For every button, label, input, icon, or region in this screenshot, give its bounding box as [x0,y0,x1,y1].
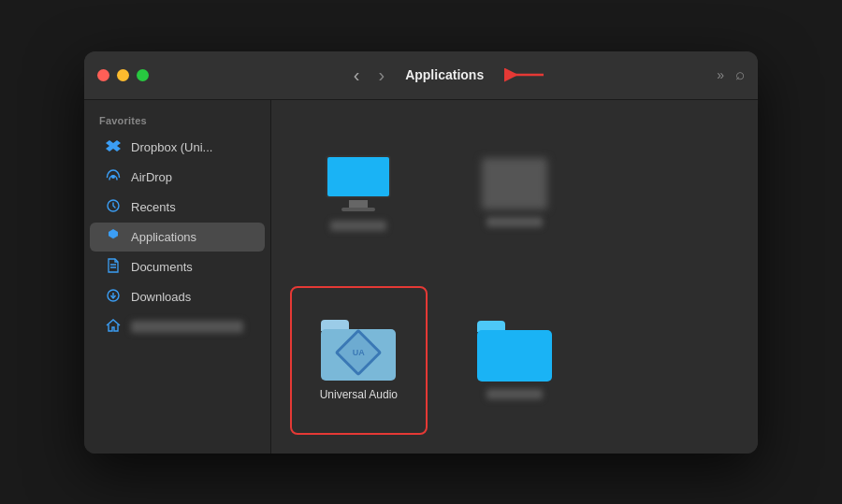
home-icon [105,318,122,336]
ua-inner-icon: UA [353,348,365,357]
window-title: Applications [398,67,491,82]
recents-icon [105,198,122,216]
applications-label: Applications [131,230,250,244]
file-item-empty2 [602,286,739,435]
blurred-file-icon-1 [482,158,547,209]
favorites-section-title: Favorites [84,111,270,132]
dropbox-icon [105,138,122,156]
file-label-blurred-computer [330,221,386,231]
file-item-empty1 [602,119,739,267]
titlebar-nav: ‹ › Applications » ⌕ [149,63,745,88]
blue-folder-body [477,330,552,382]
traffic-lights [97,69,149,81]
search-icon[interactable]: ⌕ [735,65,745,84]
file-item-blurred1[interactable] [446,119,584,267]
file-item-blue-folder[interactable] [446,286,584,435]
documents-label: Documents [131,260,250,274]
recents-label: Recents [131,200,250,214]
sidebar-item-documents[interactable]: Documents [90,252,265,281]
arrow-indicator [499,65,545,84]
airdrop-icon [105,168,122,186]
sidebar-item-dropbox[interactable]: Dropbox (Uni... [90,133,265,162]
file-item-universal-audio[interactable]: UA Universal Audio [290,286,428,435]
sidebar-item-downloads[interactable]: Downloads [90,282,265,311]
applications-icon [105,228,122,246]
airdrop-label: AirDrop [131,170,250,184]
sidebar-item-home[interactable] [90,312,265,341]
monitor-base [341,208,375,211]
downloads-label: Downloads [131,290,250,304]
titlebar: ‹ › Applications » ⌕ [84,51,758,100]
back-button[interactable]: ‹ [348,63,366,88]
monitor-screen [326,155,391,198]
minimize-button[interactable] [117,69,129,81]
blue-folder-icon [477,321,552,382]
home-label-blurred [131,321,243,333]
titlebar-right: » ⌕ [717,65,745,84]
ua-folder-icon: UA [321,320,396,381]
universal-audio-label: Universal Audio [320,388,398,401]
documents-icon [105,258,122,276]
sidebar-item-applications[interactable]: Applications [90,223,265,252]
blurred-file-label-1 [486,217,543,227]
sidebar-item-airdrop[interactable]: AirDrop [90,163,265,192]
blue-folder-label-blurred [486,389,543,399]
forward-button[interactable]: › [372,63,390,88]
sidebar: Favorites Dropbox (Uni... AirDrop [84,100,271,454]
close-button[interactable] [97,69,109,81]
monitor-icon [321,155,396,211]
main-content: Favorites Dropbox (Uni... AirDrop [84,100,758,454]
maximize-button[interactable] [137,69,149,81]
dropbox-label: Dropbox (Uni... [131,140,250,154]
file-area: UA Universal Audio [271,100,758,454]
ua-diamond-shape: UA [335,328,383,376]
finder-window: ‹ › Applications » ⌕ [84,51,758,454]
file-item-computer[interactable] [290,119,428,267]
red-arrow-svg [499,65,545,84]
downloads-icon [105,288,122,306]
monitor-stand [349,200,368,208]
chevron-double-icon[interactable]: » [717,67,724,82]
folder-body: UA [321,329,396,381]
ua-logo: UA [341,336,375,369]
sidebar-item-recents[interactable]: Recents [90,193,265,222]
